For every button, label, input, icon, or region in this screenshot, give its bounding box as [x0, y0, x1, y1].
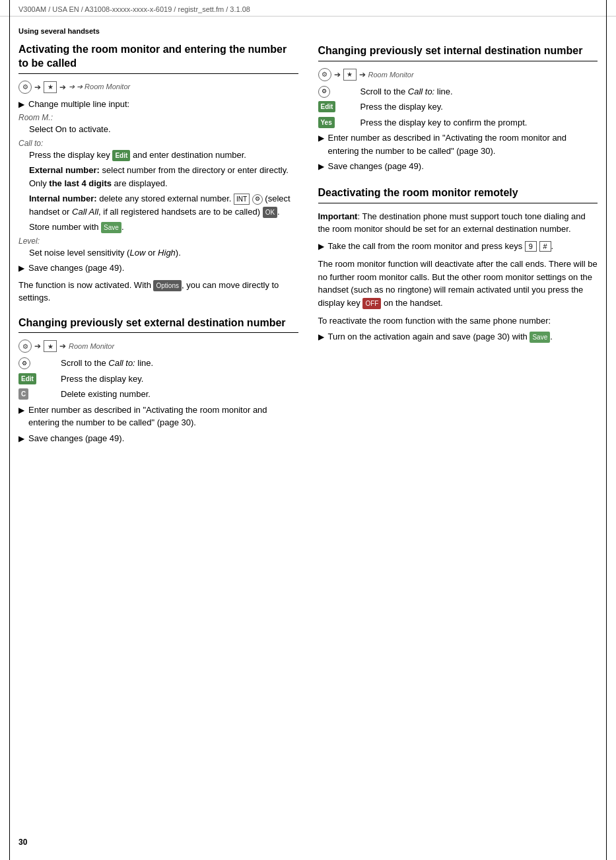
- section-deactivate: Deactivating the room monitor remotely I…: [318, 186, 598, 343]
- section1-divider: [18, 73, 298, 74]
- internal-text1: delete any stored external number.: [97, 194, 234, 203]
- bullet-enter-ext: ▶ Enter number as described in "Activati…: [18, 404, 298, 429]
- bullet-arrow-5: ▶: [318, 132, 324, 157]
- para2-text1: To reactivate the room function with the…: [318, 316, 551, 326]
- scroll-text-1: Scroll to the: [360, 87, 408, 96]
- call-to-link-2: Call to:: [408, 87, 434, 96]
- level-text1: Set noise level sensitivity (: [29, 248, 129, 258]
- important-bold: Important: [318, 211, 358, 221]
- term-room-m-text: Select On to activate.: [18, 123, 298, 136]
- call-to-link-1: Call to:: [108, 358, 135, 368]
- star-icon-3: ★: [343, 69, 357, 81]
- col-left: Using several handsets Activating the ro…: [18, 27, 298, 447]
- term-level-text: Set noise level sensitivity (Low or High…: [18, 246, 298, 260]
- bullet-arrow-8: ▶: [318, 331, 324, 343]
- level-text2: or: [145, 248, 158, 258]
- bullet-enter-ext-text: Enter number as described in "Activating…: [28, 404, 298, 429]
- bullet-arrow-6: ▶: [318, 161, 324, 173]
- store-text2: .: [121, 222, 124, 232]
- icon-text-c-1: Delete existing number.: [61, 388, 298, 401]
- icon-row-yes: Yes Press the display key to confirm the…: [318, 116, 598, 129]
- left-margin-line: [9, 0, 10, 860]
- bullet-take-call: ▶ Take the call from the room monitor an…: [318, 240, 598, 253]
- call-to-text1: Press the display key: [29, 150, 112, 160]
- icon-row-edit-1: Edit Press the display key.: [18, 373, 298, 386]
- col-right: Changing previously set internal destina…: [318, 27, 598, 447]
- section-label: Using several handsets: [18, 27, 298, 35]
- take-call-text2: .: [551, 241, 554, 251]
- nav-line-1: ⚙ ➔ ★ ➔ ➔ ➔ Room Monitor: [18, 81, 298, 94]
- icon-cell-c-1: C: [18, 388, 58, 400]
- icon-text-edit-2: Press the display key.: [360, 100, 598, 114]
- call-all-label: Call All: [72, 207, 98, 217]
- edit-badge-row-2: Edit: [318, 101, 336, 112]
- nav-line-2: ⚙ ➔ ★ ➔ Room Monitor: [18, 340, 298, 353]
- c-badge-1: C: [18, 388, 28, 400]
- settings-icon: ⚙: [18, 81, 32, 94]
- high-label: High: [158, 248, 176, 258]
- options-badge: Options: [153, 280, 181, 291]
- low-label: Low: [129, 248, 145, 258]
- scroll-text-2: line.: [434, 87, 452, 96]
- scroll-icon-inline: ⚙: [252, 194, 263, 205]
- section-int-dest: Changing previously set internal destina…: [318, 44, 598, 173]
- function-text: The function is now activated. With Opti…: [18, 279, 298, 305]
- key-hash: #: [539, 241, 551, 252]
- term-level: Level:: [18, 236, 298, 246]
- last4-text: are displayed.: [112, 178, 168, 188]
- section3-heading: Changing previously set internal destina…: [318, 44, 598, 58]
- section1-heading: Activating the room monitor and entering…: [18, 43, 298, 71]
- section3-divider: [318, 61, 598, 61]
- icon-row-scroll-1: ⚙ Scroll to the Call to: line.: [18, 357, 298, 370]
- section2-heading: Changing previously set external destina…: [18, 316, 298, 330]
- bullet-reactivate-text: Turn on the activation again and save (p…: [328, 330, 553, 343]
- icon-cell-scroll-2: ⚙: [318, 85, 358, 98]
- bullet-save-ext-text: Save changes (page 49).: [28, 432, 124, 445]
- save-badge-2: Save: [530, 332, 550, 343]
- call-to-text2: and enter destination number.: [130, 150, 246, 160]
- nav-room-monitor-1: ➔ ➔ Room Monitor: [69, 83, 130, 91]
- ok-badge: OK: [263, 207, 277, 218]
- internal-text3: , if all registered handsets are to be c…: [98, 207, 263, 217]
- last4-bold: the last 4 digits: [49, 178, 112, 188]
- bullet-reactivate: ▶ Turn on the activation again and save …: [318, 330, 598, 343]
- deactivate-para1: The room monitor function will deactivat…: [318, 258, 598, 309]
- icon-text-yes: Press the display key to confirm the pro…: [360, 116, 598, 129]
- bullet-take-call-text: Take the call from the room monitor and …: [328, 240, 554, 253]
- bullet-save-text-1: Save changes (page 49).: [28, 262, 124, 275]
- section-activate: Activating the room monitor and entering…: [18, 43, 298, 305]
- function-text1: The function is now activated. With: [18, 280, 153, 290]
- header-left: V300AM / USA EN / A31008-xxxxx-xxxx-x-60…: [18, 5, 250, 13]
- bullet-arrow-3: ▶: [18, 404, 24, 429]
- icon-text-scroll-2: Scroll to the Call to: line.: [360, 85, 598, 98]
- external-number-text: External number: select number from the …: [18, 164, 298, 190]
- icon-cell-edit-1: Edit: [18, 373, 58, 384]
- page: V300AM / USA EN / A31008-xxxxx-xxxx-x-60…: [0, 0, 616, 860]
- important-para: Important: The destination phone must su…: [318, 210, 598, 236]
- right-margin-line: [606, 0, 607, 860]
- bullet-arrow-2: ▶: [18, 262, 24, 275]
- off-badge: OFF: [362, 298, 381, 309]
- nav-room-monitor-2: Room Monitor: [69, 342, 114, 350]
- para1-text: The room monitor function will deactivat…: [318, 259, 598, 308]
- content: Using several handsets Activating the ro…: [0, 17, 616, 460]
- take-call-text1: Take the call from the room monitor and …: [328, 241, 525, 251]
- para1-end: on the handset.: [381, 298, 442, 308]
- bullet-change-input: ▶ Change multiple line input:: [18, 98, 298, 111]
- header: V300AM / USA EN / A31008-xxxxx-xxxx-x-60…: [0, 0, 616, 17]
- edit-badge-row-1: Edit: [18, 373, 36, 384]
- icon-row-scroll-2: ⚙ Scroll to the Call to: line.: [318, 85, 598, 98]
- int-box: INT: [234, 194, 250, 205]
- bullet-enter-int: ▶ Enter number as described in "Activati…: [318, 131, 598, 157]
- scroll-icon-2: ⚙: [318, 86, 330, 98]
- bullet-enter-int-text: Enter number as described in "Activating…: [328, 131, 598, 157]
- bullet-save-ext: ▶ Save changes (page 49).: [18, 432, 298, 445]
- bullet-save-int: ▶ Save changes (page 49).: [318, 160, 598, 173]
- star-icon-2: ★: [44, 340, 57, 352]
- nav-room-monitor-3: Room Monitor: [368, 71, 414, 79]
- bullet-save-1: ▶ Save changes (page 49).: [18, 262, 298, 275]
- icon-cell-edit-2: Edit: [318, 100, 358, 112]
- settings-icon-2: ⚙: [18, 340, 32, 353]
- bullet-text-1: Change multiple line input:: [28, 98, 129, 111]
- icon-text-scroll-1: Scroll to the Call to: line.: [61, 357, 298, 370]
